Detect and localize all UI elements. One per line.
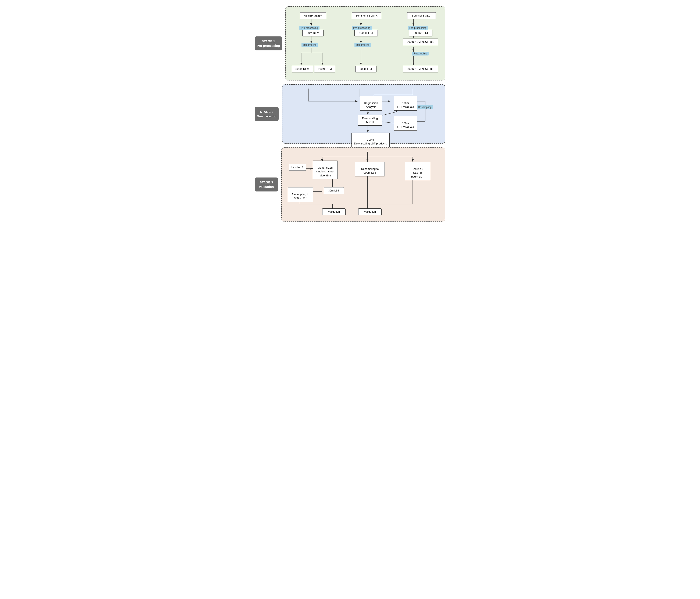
stage2-inner: Regression Analysis 900m LST residuals R… <box>286 89 442 140</box>
preprocessing-badge-1: Pre-processing <box>299 26 320 30</box>
dem-300m-box: 300m DEM <box>292 66 313 72</box>
downscaling-products-box: 300m Downscaling LST products <box>351 132 390 147</box>
stage2-content: Regression Analysis 900m LST residuals R… <box>282 84 445 144</box>
validation1-box: Validation <box>322 208 346 215</box>
dem-30m-box: 30m DEM <box>302 30 324 36</box>
generalized-algo-box: Generalized single-channel algorithm <box>313 160 338 179</box>
regression-analysis-box: Regression Analysis <box>360 96 382 110</box>
resampling-badge-2: Resampling <box>354 43 371 47</box>
stage2-row: STAGE 2Downscaling <box>255 84 445 144</box>
lst-900m-box: 900m LST <box>355 66 376 72</box>
lst-1000m-box: 1000m LST <box>354 30 378 36</box>
lst-30m-box: 30m LST <box>324 187 344 194</box>
preprocessing-badge-3: Pre-processing <box>408 26 428 30</box>
landsat8-box: Landsat 8 <box>289 164 306 171</box>
stage3-row: STAGE 3Validation <box>255 147 445 222</box>
resampling-badge-1: Resampling <box>301 43 318 47</box>
sentinel3-slstr-box: Sentinel-3 SLSTR <box>352 12 381 19</box>
ndvi-300m-box: 300m NDVI NDWI BI2 <box>403 39 438 45</box>
stage1-inner: ASTER GDEM Pre-processing 30m DEM Resamp… <box>289 10 442 76</box>
stage3-content: Landsat 8 Generalized single-channel alg… <box>281 147 445 222</box>
aster-gdem-box: ASTER GDEM <box>300 12 326 19</box>
main-container: STAGE 1Pre-processing <box>255 6 445 222</box>
resampling-badge-3: Resampling <box>412 51 428 55</box>
dem-900m-box: 900m DEM <box>314 66 335 72</box>
sentinel3-olci-box: Sentinel-3 OLCI <box>407 12 436 19</box>
lst-residuals-900m-box: 900m LST residuals <box>394 96 417 110</box>
stage1-row: STAGE 1Pre-processing <box>255 6 445 80</box>
lst-residuals-300m-box: 300m LST residuals <box>394 116 417 131</box>
resampling-300m-lst-box: Resampling to 300m LST <box>288 187 313 202</box>
ndvi-900m-box: 900m NDVI NDWI BI2 <box>403 66 438 72</box>
preprocessing-badge-2: Pre-processing <box>352 26 372 30</box>
downscaling-model-box: Downscaling Model <box>358 115 382 126</box>
validation2-box: Validation <box>358 208 381 215</box>
stage2-label: STAGE 2Downscaling <box>255 107 279 121</box>
stage1-content: ASTER GDEM Pre-processing 30m DEM Resamp… <box>285 6 445 80</box>
resampling-badge-s2: Resampling <box>417 105 433 109</box>
olci-300m-box: 300m OLCI <box>409 30 432 36</box>
stage3-inner: Landsat 8 Generalized single-channel alg… <box>285 152 442 217</box>
stage1-label: STAGE 1Pre-processing <box>255 36 282 50</box>
resampling-900m-lst-box: Resampling to 900m LST <box>355 162 385 176</box>
stage3-label: STAGE 3Validation <box>255 177 278 192</box>
sentinel3-slstr-900m-box: Sentine-3 SLSTR 900m LST <box>405 162 430 180</box>
stage3-svg <box>285 152 442 217</box>
